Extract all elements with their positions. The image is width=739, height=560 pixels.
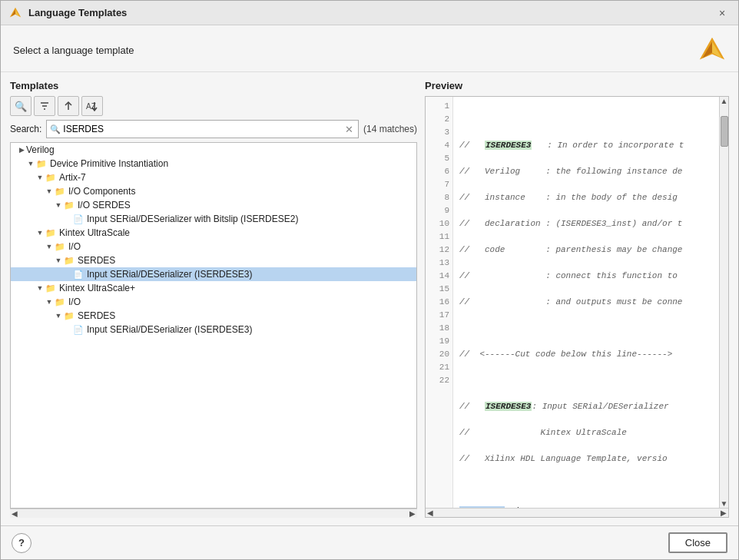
close-button[interactable]: Close: [668, 532, 727, 553]
collapse-toolbar-button[interactable]: [58, 96, 79, 116]
tree-label-io-serdes: I/O SERDES: [78, 200, 131, 210]
tree-item-io-components[interactable]: ▼ 📁 I/O Components: [11, 184, 416, 198]
tree-arrow: ▼: [45, 187, 54, 195]
tree-item-kintex-usp[interactable]: ▼ 📁 Kintex UltraScale+: [11, 281, 416, 295]
subtitle-text: Select a language template: [13, 45, 134, 56]
sort-icon: AZ: [86, 101, 98, 111]
tree-arrow: ▼: [45, 298, 54, 306]
folder-icon: 📁: [63, 200, 75, 210]
tree-label-kus-io: I/O: [68, 241, 81, 252]
code-line-5: // declaration : (ISERDESE3_inst) and/or…: [459, 217, 713, 230]
help-button[interactable]: ?: [12, 533, 31, 553]
tree-item-kusp-serdes[interactable]: ▼ 📁 SERDES: [11, 309, 416, 323]
tree-item-verilog[interactable]: ▶ Verilog: [11, 143, 416, 157]
tree-label-io-components: I/O Components: [68, 186, 135, 197]
file-icon: 📄: [72, 325, 85, 335]
vivado-logo-icon: [698, 36, 726, 64]
tree-arrow: ▼: [54, 257, 63, 264]
folder-icon: 📁: [45, 228, 57, 238]
scroll-left-button[interactable]: ◀: [12, 509, 18, 518]
tree-arrow: ▼: [35, 229, 45, 237]
app-logo-icon: [8, 6, 22, 20]
code-scroll-area[interactable]: 1 2 3 4 5 6 7 8 9 10 11 12 13 14: [426, 97, 728, 508]
tree-container[interactable]: ▶ Verilog ▼ 📁 Device Primitive Instantia…: [10, 142, 417, 509]
templates-header: Templates: [10, 80, 417, 91]
tree-arrow: ▼: [35, 284, 45, 292]
tree-label-kintex-usp: Kintex UltraScale+: [59, 283, 135, 293]
tree-label-iserdes3-kusp: Input SERial/DESerializer (ISERDESE3): [87, 324, 252, 335]
tree-item-kintex-us[interactable]: ▼ 📁 Kintex UltraScale: [11, 226, 416, 240]
tree-label-kintex-us: Kintex UltraScale: [59, 227, 130, 238]
code-line-14: // Xilinx HDL Language Template, versio: [459, 452, 713, 466]
toolbar: 🔍 AZ: [10, 96, 417, 116]
code-line-13: // Kintex UltraScale: [459, 426, 713, 439]
tree-item-iserdes3-kusp[interactable]: 📄 Input SERial/DESerializer (ISERDESE3): [11, 323, 416, 336]
code-content: // ISERDESE3 : In order to incorporate t…: [453, 97, 719, 508]
collapse-icon: [63, 101, 74, 111]
folder-icon: 📁: [54, 297, 66, 307]
scroll-down-button[interactable]: ▼: [721, 499, 728, 508]
tree-item-artix7[interactable]: ▼ 📁 Artix-7: [11, 171, 416, 184]
code-line-10: // <------Cut code below this line------…: [459, 348, 713, 361]
scroll-right-button[interactable]: ▶: [409, 509, 416, 518]
search-toolbar-button[interactable]: 🔍: [10, 96, 31, 116]
tree-label-kus-serdes: SERDES: [78, 255, 115, 266]
tree-label-kusp-io: I/O: [68, 297, 81, 307]
tree-label-iserdes2: Input SERial/DESerializer with Bitslip (…: [87, 214, 298, 224]
tree-item-kus-serdes[interactable]: ▼ 📁 SERDES: [11, 253, 416, 267]
tree-label-device-prim: Device Primitive Instantiation: [50, 158, 168, 169]
folder-icon: 📁: [54, 242, 66, 252]
tree-label-artix7: Artix-7: [59, 172, 86, 183]
code-hscrollbar[interactable]: ◀ ▶: [426, 508, 728, 517]
code-vscrollbar[interactable]: ▲ ▼: [719, 97, 728, 508]
line-numbers: 1 2 3 4 5 6 7 8 9 10 11 12 13 14: [426, 97, 453, 508]
scrollbar-thumb[interactable]: [721, 116, 728, 147]
tree-hscrollbar[interactable]: ◀ ▶: [10, 509, 417, 518]
main-content: Templates 🔍: [1, 72, 738, 525]
code-container: 1 2 3 4 5 6 7 8 9 10 11 12 13 14: [425, 96, 729, 518]
dialog-title: Language Templates: [28, 7, 127, 18]
tree-item-iserdes3-kus[interactable]: 📄 Input SERial/DESerializer (ISERDESE3): [11, 267, 416, 281]
match-count: (14 matches): [363, 124, 417, 134]
search-icon: 🔍: [50, 124, 61, 134]
search-clear-button[interactable]: ✕: [343, 124, 355, 135]
folder-icon: 📁: [54, 187, 66, 197]
code-scroll-left-button[interactable]: ◀: [427, 509, 433, 517]
preview-header: Preview: [425, 80, 729, 91]
code-line-3: // Verilog : the following instance de: [459, 165, 713, 178]
left-panel: Templates 🔍: [10, 80, 417, 518]
code-line-2: // ISERDESE3 : In order to incorporate t: [459, 139, 713, 152]
tree-item-io-serdes[interactable]: ▼ 📁 I/O SERDES: [11, 198, 416, 212]
search-input-wrap: 🔍 ✕: [46, 120, 359, 138]
tree-label-verilog: Verilog: [26, 144, 55, 155]
title-bar-left: Language Templates: [8, 6, 127, 20]
tree-label-kusp-serdes: SERDES: [78, 310, 115, 321]
folder-icon: 📁: [45, 283, 57, 293]
tree-arrow: ▶: [17, 146, 26, 154]
subtitle-bar: Select a language template: [1, 25, 738, 72]
sort-toolbar-button[interactable]: AZ: [81, 96, 103, 116]
folder-icon: 📁: [63, 311, 75, 321]
scroll-up-button[interactable]: ▲: [721, 97, 728, 105]
tree-item-kusp-io[interactable]: ▼ 📁 I/O: [11, 295, 416, 309]
filter-toolbar-button[interactable]: [34, 96, 55, 116]
language-templates-dialog: Language Templates × Select a language t…: [0, 0, 739, 560]
code-line-4: // instance : in the body of the desig: [459, 191, 713, 204]
search-row: Search: 🔍 ✕ (14 matches): [10, 120, 417, 138]
close-window-button[interactable]: ×: [714, 5, 731, 22]
tree-arrow: ▼: [45, 243, 54, 250]
code-scroll-right-button[interactable]: ▶: [721, 509, 727, 517]
tree-item-kus-io[interactable]: ▼ 📁 I/O: [11, 240, 416, 253]
tree-arrow: ▼: [35, 174, 45, 181]
tree-item-iserdes2[interactable]: 📄 Input SERial/DESerializer with Bitslip…: [11, 212, 416, 226]
folder-icon: 📁: [63, 256, 75, 266]
tree-arrow: ▼: [54, 201, 63, 209]
tree-arrow: ▼: [54, 312, 63, 320]
tree-item-device-prim[interactable]: ▼ 📁 Device Primitive Instantiation: [11, 157, 416, 171]
code-line-6: // code : parenthesis may be change: [459, 244, 713, 257]
search-input[interactable]: [63, 124, 343, 134]
right-panel: Preview 1 2 3 4 5 6 7 8 9 10 1: [425, 80, 729, 518]
folder-icon: 📁: [45, 173, 57, 183]
search-label: Search:: [10, 124, 41, 134]
tree-arrow: ▼: [26, 160, 35, 167]
